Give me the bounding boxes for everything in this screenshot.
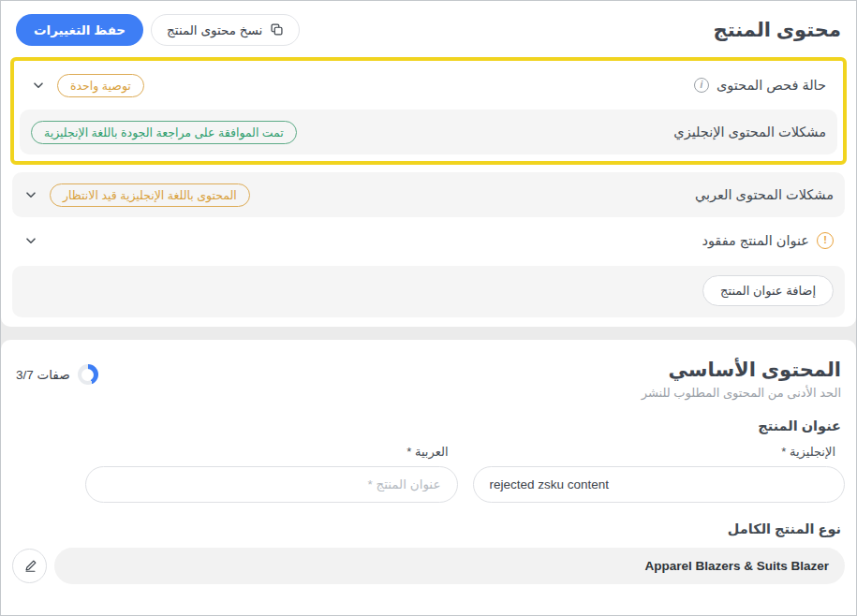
content-check-status-row[interactable]: حالة فحص المحتوى i توصية واحدة [20, 61, 837, 110]
chevron-down-icon[interactable] [23, 187, 38, 202]
edit-product-type-button[interactable] [12, 549, 47, 583]
product-content-page: محتوى المنتج نسخ محتوى المنتج حفظ التغيي… [0, 0, 857, 616]
content-check-card: محتوى المنتج نسخ محتوى المنتج حفظ التغيي… [1, 1, 856, 327]
progress-ring-icon [78, 364, 98, 385]
product-type-label: نوع المنتج الكامل [12, 521, 841, 536]
product-type-value: Apparel Blazers & Suits Blazer [54, 548, 845, 584]
add-product-title-button[interactable]: إضافة عنوان المنتج [702, 275, 834, 306]
arabic-field-label: العربية * [85, 445, 449, 459]
basic-content-card: المحتوى الأساسي الحد الأدنى من المحتوى ا… [1, 340, 856, 615]
basic-content-header: المحتوى الأساسي الحد الأدنى من المحتوى ا… [12, 359, 845, 400]
arabic-pending-badge: المحتوى باللغة الإنجليزية قيد الانتظار [50, 183, 250, 207]
basic-content-title: المحتوى الأساسي [642, 359, 841, 381]
product-title-fields: الإنجليزية * العربية * [12, 445, 845, 503]
content-check-status-label: حالة فحص المحتوى [717, 78, 826, 93]
missing-title-label: عنوان المنتج مفقود [702, 233, 809, 248]
missing-title-panel: إضافة عنوان المنتج [12, 266, 845, 317]
english-issues-row[interactable]: مشكلات المحتوى الإنجليزي تمت الموافقة عل… [20, 110, 837, 154]
english-approved-badge: تمت الموافقة على مراجعة الجودة باللغة ال… [31, 121, 297, 144]
save-changes-button[interactable]: حفظ التغييرات [16, 14, 143, 46]
attributes-progress: 3/7 صفات [16, 364, 98, 385]
arabic-issues-row[interactable]: مشكلات المحتوى العربي المحتوى باللغة الإ… [12, 172, 845, 217]
missing-title-row[interactable]: ! عنوان المنتج مفقود [12, 219, 845, 262]
highlighted-check-status-box: حالة فحص المحتوى i توصية واحدة مشكلات ال… [10, 57, 847, 165]
copy-button-label: نسخ محتوى المنتج [167, 22, 262, 37]
progress-label: 3/7 صفات [16, 367, 70, 382]
chevron-down-icon[interactable] [31, 78, 46, 93]
arabic-issues-label: مشكلات المحتوى العربي [695, 187, 834, 202]
arabic-title-input[interactable] [85, 466, 458, 503]
english-issues-label: مشكلات المحتوى الإنجليزي [673, 125, 826, 139]
copy-product-content-button[interactable]: نسخ محتوى المنتج [151, 14, 300, 46]
page-title: محتوى المنتج [714, 19, 841, 41]
header-actions: نسخ محتوى المنتج حفظ التغييرات [16, 14, 300, 46]
warning-icon: ! [817, 232, 834, 249]
english-title-input[interactable] [473, 466, 846, 503]
chevron-down-icon[interactable] [23, 233, 38, 248]
page-header: محتوى المنتج نسخ محتوى المنتج حفظ التغيي… [12, 10, 845, 48]
copy-icon [269, 22, 284, 37]
basic-content-subtitle: الحد الأدنى من المحتوى المطلوب للنشر [642, 386, 841, 400]
recommendation-badge: توصية واحدة [57, 74, 144, 97]
english-field-label: الإنجليزية * [473, 445, 836, 459]
product-title-group-label: عنوان المنتج [12, 418, 841, 433]
edit-pencil-icon [22, 559, 37, 574]
product-type-row: Apparel Blazers & Suits Blazer [12, 548, 845, 584]
info-icon[interactable]: i [694, 78, 709, 93]
